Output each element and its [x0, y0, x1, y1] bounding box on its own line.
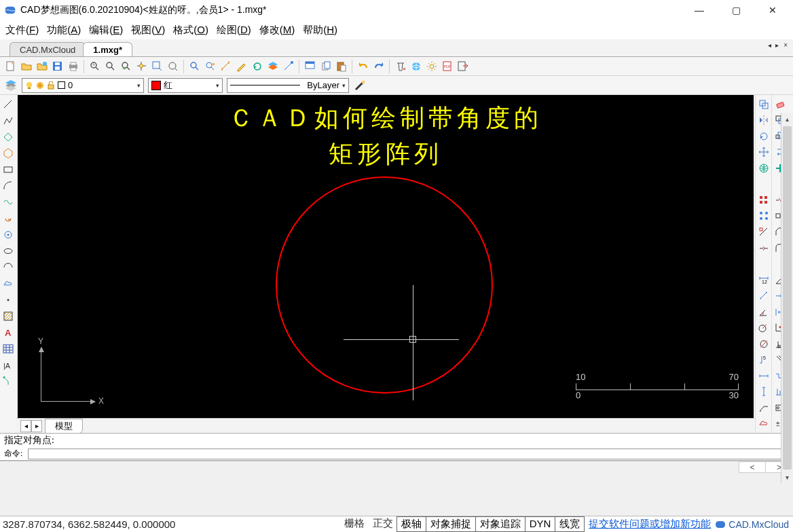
mod-dim-ang-icon[interactable] [757, 305, 771, 319]
toggle-DYN[interactable]: DYN [525, 516, 556, 532]
paste-clip-icon[interactable] [335, 60, 348, 73]
layer-stack-icon[interactable] [4, 79, 18, 92]
zoom-realtime-icon[interactable] [104, 60, 117, 73]
globe-icon[interactable] [409, 60, 423, 73]
draw-leader-icon[interactable] [1, 375, 15, 388]
vertical-scrollbar[interactable]: ▴ ▾ [781, 113, 793, 483]
mod-dim-dia-icon[interactable] [757, 337, 771, 351]
brush-icon[interactable] [282, 60, 295, 73]
mod-dim-hor-icon[interactable] [757, 369, 771, 383]
zoom-previous-icon[interactable] [151, 60, 164, 73]
layer-select[interactable]: 0 ▾ [22, 78, 144, 93]
draw-text-a-icon[interactable]: A [1, 326, 15, 339]
mod-mirror-icon[interactable] [757, 114, 771, 128]
draw-hexagon-icon[interactable] [1, 147, 15, 160]
settings-icon[interactable] [425, 60, 439, 73]
mod-array-icon[interactable] [757, 210, 771, 223]
menu-file[interactable]: 文件(F) [5, 24, 39, 37]
find-edit-icon[interactable] [204, 60, 217, 73]
toggle-线宽[interactable]: 线宽 [555, 516, 585, 532]
scroll-up-icon[interactable]: ▴ [781, 113, 793, 125]
mod-split-icon[interactable] [757, 242, 771, 255]
draw-line-icon[interactable] [1, 98, 15, 111]
draw-polyline-icon[interactable] [1, 114, 15, 128]
close-button[interactable]: ✕ [764, 2, 781, 18]
open-icon[interactable] [20, 60, 33, 73]
pan-icon[interactable] [135, 60, 149, 73]
open-cloud-icon[interactable] [35, 60, 49, 73]
refresh-icon[interactable] [251, 60, 264, 73]
tab-cad-mxcloud[interactable]: CAD.MxCloud [10, 42, 86, 56]
menu-view[interactable]: 视图(V) [131, 24, 165, 37]
toggle-栅格[interactable]: 栅格 [340, 516, 369, 532]
draw-point-icon[interactable] [1, 293, 15, 307]
mod-rotate-icon[interactable] [757, 130, 771, 143]
draw-polygon-icon[interactable] [1, 130, 15, 144]
linetype-select[interactable]: ByLayer ▾ [227, 78, 349, 93]
mod-dim-ver-icon[interactable] [757, 385, 771, 399]
model-tab[interactable]: 模型 [45, 419, 83, 434]
mod-copy-icon[interactable] [757, 98, 771, 111]
zoom-extents-icon[interactable] [119, 60, 133, 73]
draw-cloud-icon[interactable] [1, 277, 15, 290]
maximize-button[interactable]: ▢ [728, 2, 744, 18]
zoom-window-icon[interactable]: + [88, 60, 102, 73]
draw-hatch-icon[interactable] [1, 309, 15, 323]
draw-wave-icon[interactable] [1, 195, 15, 209]
block-window-icon[interactable] [303, 60, 317, 73]
mod-dim-ali-icon[interactable] [757, 289, 771, 303]
scroll-down-icon[interactable]: ▾ [781, 471, 793, 483]
color-select[interactable]: 红 ▾ [148, 78, 223, 93]
mod-cloud2-icon[interactable] [757, 417, 771, 431]
mod-leader2-icon[interactable] [757, 401, 771, 415]
undo-icon[interactable] [356, 60, 370, 73]
draw-spiral-icon[interactable] [1, 212, 15, 225]
save-icon[interactable] [51, 60, 64, 73]
feedback-link[interactable]: 提交软件问题或增加新功能 [585, 518, 715, 531]
draw-arc2-icon[interactable] [1, 261, 15, 274]
toggle-对象追踪[interactable]: 对象追踪 [475, 516, 525, 532]
mod-align-icon[interactable] [757, 225, 771, 239]
exit-icon[interactable] [456, 60, 470, 73]
copy-clip-icon[interactable] [319, 60, 333, 73]
mod-dim-lin-icon[interactable]: 12 [757, 273, 771, 287]
menu-format[interactable]: 格式(O) [173, 24, 208, 37]
mod-move-icon[interactable] [757, 146, 771, 159]
tab-nav-left[interactable]: ◂ [20, 420, 31, 432]
new-icon[interactable] [4, 60, 18, 73]
mod-dim-ord-icon[interactable]: 5 [757, 354, 771, 367]
mod-global-icon[interactable] [757, 162, 771, 175]
find-icon[interactable] [188, 60, 202, 73]
layers-mgr-icon[interactable] [266, 60, 280, 73]
menu-modify[interactable]: 修改(M) [259, 24, 295, 37]
tab-nav-right[interactable]: ▸ [31, 420, 42, 432]
zoom-all-icon[interactable] [166, 60, 180, 73]
mod-grid-icon[interactable] [757, 193, 771, 207]
menu-edit[interactable]: 编辑(E) [89, 24, 123, 37]
toggle-正交[interactable]: 正交 [369, 516, 397, 532]
tab-scroll-controls[interactable]: ◂ ▸ × [768, 41, 789, 49]
purge-icon[interactable] [394, 60, 407, 73]
draw-circle-filled-icon[interactable] [1, 228, 15, 242]
draw-ellipse-icon[interactable] [1, 244, 15, 258]
menu-draw[interactable]: 绘图(D) [217, 24, 251, 37]
horizontal-scrollbar[interactable]: < > [0, 461, 793, 473]
toggle-对象捕捉[interactable]: 对象捕捉 [426, 516, 476, 532]
draw-rectangle-icon[interactable] [1, 163, 15, 176]
print-icon[interactable] [67, 60, 80, 73]
menu-help[interactable]: 帮助(H) [303, 24, 337, 37]
menu-func[interactable]: 功能(A) [47, 24, 81, 37]
mod-dim-rad-icon[interactable] [757, 321, 771, 335]
draw-text-ia-icon[interactable]: |A [1, 358, 15, 372]
toggle-极轴[interactable]: 极轴 [396, 516, 426, 532]
minimize-button[interactable]: — [691, 2, 707, 18]
command-input[interactable] [28, 449, 793, 459]
tab-1-mxg[interactable]: 1.mxg* [83, 42, 132, 56]
measure-dist-icon[interactable] [219, 60, 233, 73]
draw-arc-icon[interactable] [1, 179, 15, 193]
drawing-canvas[interactable]: ＣＡＤ如何绘制带角度的 矩形阵列 X Y 1070 030 [18, 95, 754, 418]
scroll-left-icon[interactable]: < [739, 461, 766, 473]
mod-erase-icon[interactable] [773, 98, 787, 111]
scrollbar-thumb[interactable] [783, 126, 792, 470]
redo-icon[interactable] [372, 60, 386, 73]
